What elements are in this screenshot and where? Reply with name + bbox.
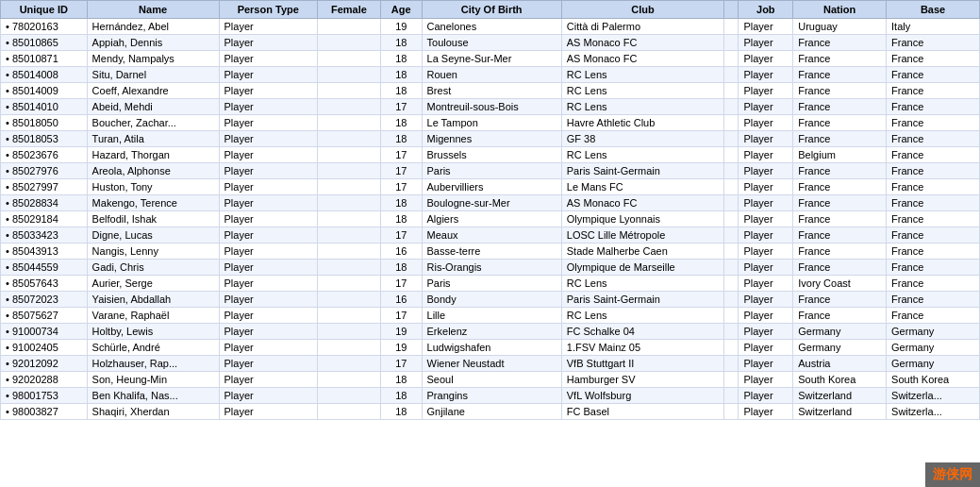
cell-job: Player — [739, 83, 793, 99]
cell-empty — [724, 404, 739, 420]
cell-age: 18 — [380, 35, 422, 51]
cell-empty — [724, 244, 739, 260]
table-row[interactable]: • 85028834Makengo, TerencePlayer18Boulog… — [1, 195, 980, 211]
cell-city: Aubervilliers — [422, 179, 561, 195]
cell-base: South Korea — [887, 372, 980, 388]
cell-empty — [724, 115, 739, 131]
cell-id: • 85028834 — [1, 195, 88, 211]
col-base[interactable]: Base — [887, 1, 980, 19]
col-female[interactable]: Female — [317, 1, 380, 19]
cell-nation: France — [793, 211, 887, 227]
table-row[interactable]: • 85018053Turan, AtilaPlayer18MigennesGF… — [1, 131, 980, 147]
cell-city: Algiers — [422, 211, 561, 227]
cell-club: Città di Palermo — [561, 19, 724, 35]
cell-age: 18 — [380, 388, 422, 404]
table-row[interactable]: • 85044559Gadi, ChrisPlayer18Ris-Orangis… — [1, 260, 980, 276]
cell-id: • 92012092 — [1, 356, 88, 372]
cell-female — [317, 195, 380, 211]
cell-female — [317, 131, 380, 147]
cell-name: Areola, Alphonse — [87, 163, 219, 179]
cell-id: • 85029184 — [1, 211, 88, 227]
col-name[interactable]: Name — [87, 1, 219, 19]
cell-city: Canelones — [422, 19, 561, 35]
cell-empty — [724, 163, 739, 179]
table-row[interactable]: • 98001753Ben Khalifa, Nas...Player18Pra… — [1, 388, 980, 404]
cell-age: 18 — [380, 260, 422, 276]
cell-empty — [724, 276, 739, 292]
cell-nation: Belgium — [793, 147, 887, 163]
cell-base: Germany — [887, 324, 980, 340]
cell-empty — [724, 147, 739, 163]
cell-club: VfL Wolfsburg — [561, 388, 724, 404]
table-row[interactable]: • 85023676Hazard, ThorganPlayer17Brussel… — [1, 147, 980, 163]
cell-age: 17 — [380, 276, 422, 292]
table-row[interactable]: • 85010871Mendy, NampalysPlayer18La Seyn… — [1, 51, 980, 67]
col-empty — [724, 1, 739, 19]
col-club[interactable]: Club — [561, 1, 724, 19]
cell-age: 18 — [380, 131, 422, 147]
cell-city: Wiener Neustadt — [422, 356, 561, 372]
col-city-of-birth[interactable]: City Of Birth — [422, 1, 561, 19]
cell-base: France — [887, 227, 980, 244]
table-row[interactable]: • 91000734Holtby, LewisPlayer19ErkelenzF… — [1, 324, 980, 340]
cell-job: Player — [739, 99, 793, 115]
col-person-type[interactable]: Person Type — [219, 1, 317, 19]
cell-city: La Seyne-Sur-Mer — [422, 51, 561, 67]
table-row[interactable]: • 78020163Hernández, AbelPlayer19Canelon… — [1, 19, 980, 35]
cell-club: Stade Malherbe Caen — [561, 244, 724, 260]
cell-nation: France — [793, 35, 887, 51]
table-header: Unique ID Name Person Type Female Age Ci… — [1, 1, 980, 19]
cell-job: Player — [739, 163, 793, 179]
cell-job: Player — [739, 179, 793, 195]
cell-name: Huston, Tony — [87, 179, 219, 195]
cell-empty — [724, 211, 739, 227]
cell-name: Mendy, Nampalys — [87, 51, 219, 67]
table-row[interactable]: • 85014010Abeid, MehdiPlayer17Montreuil-… — [1, 99, 980, 115]
cell-name: Ben Khalifa, Nas... — [87, 388, 219, 404]
cell-base: France — [887, 115, 980, 131]
cell-age: 17 — [380, 227, 422, 244]
cell-base: Italy — [887, 19, 980, 35]
cell-city: Boulogne-sur-Mer — [422, 195, 561, 211]
cell-nation: South Korea — [793, 372, 887, 388]
table-row[interactable]: • 91002405Schürle, AndréPlayer19Ludwigsh… — [1, 340, 980, 356]
table-row[interactable]: • 85029184Belfodil, IshakPlayer18Algiers… — [1, 211, 980, 227]
cell-base: France — [887, 308, 980, 324]
cell-base: Switzerla... — [887, 388, 980, 404]
cell-name: Nangis, Lenny — [87, 244, 219, 260]
table-row[interactable]: • 85027976Areola, AlphonsePlayer17ParisP… — [1, 163, 980, 179]
table-row[interactable]: • 85010865Appiah, DennisPlayer18Toulouse… — [1, 35, 980, 51]
table-row[interactable]: • 85075627Varane, RaphaëlPlayer17LilleRC… — [1, 308, 980, 324]
table-row[interactable]: • 85014009Coeff, AlexandrePlayer18BrestR… — [1, 83, 980, 99]
table-row[interactable]: • 85043913Nangis, LennyPlayer16Basse-ter… — [1, 244, 980, 260]
table-row[interactable]: • 92012092Holzhauser, Rap...Player17Wien… — [1, 356, 980, 372]
table-row[interactable]: • 85033423Digne, LucasPlayer17MeauxLOSC … — [1, 227, 980, 244]
table-row[interactable]: • 85072023Yaisien, AbdallahPlayer16Bondy… — [1, 292, 980, 308]
cell-nation: France — [793, 308, 887, 324]
col-job[interactable]: Job — [739, 1, 793, 19]
cell-female — [317, 19, 380, 35]
cell-age: 19 — [380, 340, 422, 356]
table-row[interactable]: • 92020288Son, Heung-MinPlayer18SeoulHam… — [1, 372, 980, 388]
cell-age: 17 — [380, 356, 422, 372]
table-row[interactable]: • 85018050Boucher, Zachar...Player18Le T… — [1, 115, 980, 131]
cell-club: LOSC Lille Métropole — [561, 227, 724, 244]
table-row[interactable]: • 85027997Huston, TonyPlayer17Aubervilli… — [1, 179, 980, 195]
cell-type: Player — [219, 404, 317, 420]
cell-job: Player — [739, 115, 793, 131]
col-unique-id[interactable]: Unique ID — [1, 1, 88, 19]
cell-city: Lille — [422, 308, 561, 324]
col-nation[interactable]: Nation — [793, 1, 887, 19]
cell-job: Player — [739, 308, 793, 324]
table-row[interactable]: • 85057643Aurier, SergePlayer17ParisRC L… — [1, 276, 980, 292]
cell-empty — [724, 308, 739, 324]
col-age[interactable]: Age — [380, 1, 422, 19]
cell-id: • 85010871 — [1, 51, 88, 67]
cell-base: France — [887, 147, 980, 163]
cell-female — [317, 83, 380, 99]
cell-nation: France — [793, 51, 887, 67]
cell-name: Aurier, Serge — [87, 276, 219, 292]
cell-name: Appiah, Dennis — [87, 35, 219, 51]
table-row[interactable]: • 98003827Shaqiri, XherdanPlayer18Gnjila… — [1, 404, 980, 420]
table-row[interactable]: • 85014008Situ, DarnelPlayer18RouenRC Le… — [1, 67, 980, 83]
